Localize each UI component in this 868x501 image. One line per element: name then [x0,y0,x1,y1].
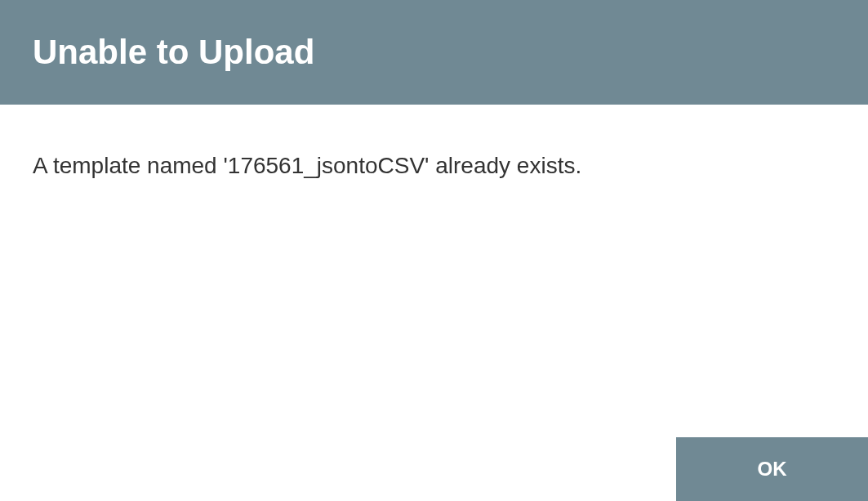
dialog-header: Unable to Upload [0,0,868,105]
ok-button[interactable]: OK [676,437,868,501]
dialog-footer: OK [0,437,868,501]
error-message: A template named '176561_jsontoCSV' alre… [33,150,835,181]
dialog-content: A template named '176561_jsontoCSV' alre… [0,105,868,437]
dialog-title: Unable to Upload [33,33,314,72]
